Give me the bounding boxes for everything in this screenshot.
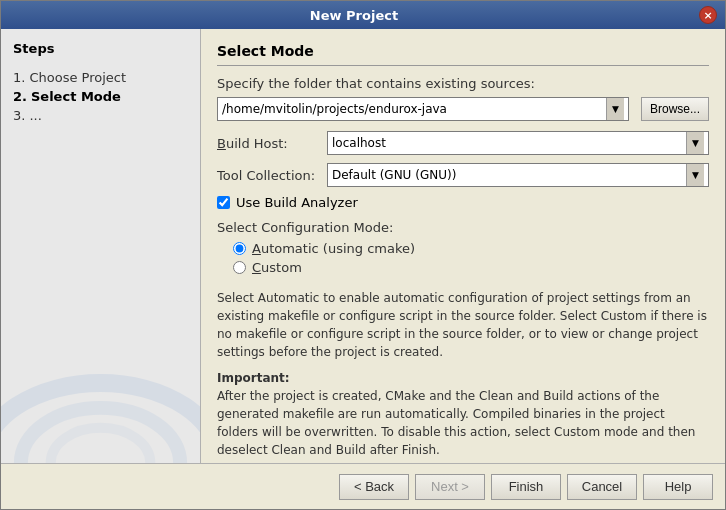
use-build-analyzer-row: Use Build Analyzer <box>217 195 709 210</box>
step-item-choose-project: 1.Choose Project <box>13 68 188 87</box>
radio-automatic-label[interactable]: Automatic (using cmake) <box>252 241 415 256</box>
finish-button[interactable]: Finish <box>491 474 561 500</box>
description-text: Select Automatic to enable automatic con… <box>217 289 709 361</box>
new-project-dialog: New Project × Steps 1.Choose Project 2.S… <box>0 0 726 510</box>
radio-custom-label[interactable]: Custom <box>252 260 302 275</box>
important-heading: Important: <box>217 371 290 385</box>
steps-list: 1.Choose Project 2.Select Mode 3.... <box>13 68 188 125</box>
tool-collection-combo[interactable]: Default (GNU (GNU)) ▼ <box>327 163 709 187</box>
tool-collection-dropdown-arrow[interactable]: ▼ <box>686 164 704 186</box>
dialog-content: Steps 1.Choose Project 2.Select Mode 3..… <box>1 29 725 463</box>
sidebar-decoration <box>1 303 200 463</box>
folder-path-row: /home/mvitolin/projects/endurox-java ▼ B… <box>217 97 709 121</box>
sidebar-heading: Steps <box>13 41 188 56</box>
tool-collection-value: Default (GNU (GNU)) <box>332 168 686 182</box>
radio-custom-row: Custom <box>233 260 709 275</box>
title-bar: New Project × <box>1 1 725 29</box>
folder-path-combo[interactable]: /home/mvitolin/projects/endurox-java ▼ <box>217 97 629 121</box>
tool-collection-label: Tool Collection: <box>217 168 327 183</box>
important-text: After the project is created, CMake and … <box>217 389 695 457</box>
main-panel: Select Mode Specify the folder that cont… <box>201 29 725 463</box>
section-title: Select Mode <box>217 43 709 66</box>
close-button[interactable]: × <box>699 6 717 24</box>
browse-button[interactable]: Browse... <box>641 97 709 121</box>
build-host-value: localhost <box>332 136 686 150</box>
folder-label: Specify the folder that contains existin… <box>217 76 709 91</box>
cancel-button[interactable]: Cancel <box>567 474 637 500</box>
step-item-ellipsis: 3.... <box>13 106 188 125</box>
build-host-row: Build Host: localhost ▼ <box>217 131 709 155</box>
back-button[interactable]: < Back <box>339 474 409 500</box>
tool-collection-row: Tool Collection: Default (GNU (GNU)) ▼ <box>217 163 709 187</box>
footer: < Back Next > Finish Cancel Help <box>1 463 725 509</box>
sidebar: Steps 1.Choose Project 2.Select Mode 3..… <box>1 29 201 463</box>
build-host-combo[interactable]: localhost ▼ <box>327 131 709 155</box>
svg-point-1 <box>21 408 180 463</box>
folder-path-dropdown-arrow[interactable]: ▼ <box>606 98 624 120</box>
svg-point-2 <box>51 428 151 463</box>
dialog-title: New Project <box>9 8 699 23</box>
use-build-analyzer-label[interactable]: Use Build Analyzer <box>236 195 358 210</box>
radio-automatic-row: Automatic (using cmake) <box>233 241 709 256</box>
folder-path-value: /home/mvitolin/projects/endurox-java <box>222 102 606 116</box>
important-section: Important: After the project is created,… <box>217 369 709 459</box>
config-mode-label: Select Configuration Mode: <box>217 220 709 235</box>
build-host-dropdown-arrow[interactable]: ▼ <box>686 132 704 154</box>
use-build-analyzer-checkbox[interactable] <box>217 196 230 209</box>
next-button[interactable]: Next > <box>415 474 485 500</box>
help-button[interactable]: Help <box>643 474 713 500</box>
close-icon: × <box>703 9 712 22</box>
step-item-select-mode: 2.Select Mode <box>13 87 188 106</box>
radio-custom[interactable] <box>233 261 246 274</box>
radio-automatic[interactable] <box>233 242 246 255</box>
build-host-label: Build Host: <box>217 136 327 151</box>
